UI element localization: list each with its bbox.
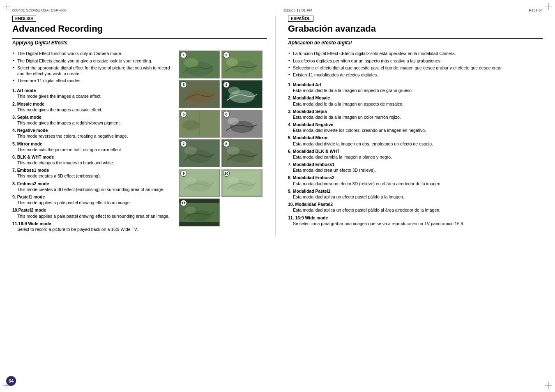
reg-mark-tr (545, 3, 552, 10)
img-3: 3 (179, 80, 220, 108)
mode-en-10: 10.Pastel2 modeThis mode applies a pale … (12, 207, 175, 219)
image-grid: 1 2 (179, 51, 267, 235)
meta-line: 00840E SCD451 USA+ESP~086 3/22/05 12:01 … (12, 8, 543, 12)
mode-en-1: 1. Art modeThis mode gives the images a … (12, 88, 175, 99)
img-10: 10 (221, 169, 263, 197)
mode-en-8: 8. Emboss2 modeThis mode creates a 3D ef… (12, 181, 175, 192)
english-bullet-list: The Digital Effect function works only i… (12, 51, 175, 83)
mode-es-5: 5. Modalidad MirrorEsta modalidad divide… (288, 135, 543, 146)
img-8: 8 (221, 139, 263, 167)
img-row-2: 3 4 (179, 80, 267, 108)
main-content: ENGLISH Advanced Recording Applying Digi… (12, 16, 543, 235)
mode-en-6: 6. BLK & WHT modeThis mode changes the i… (12, 154, 175, 166)
english-bullet-3: Select the appropriate digital effect fo… (12, 65, 175, 76)
spanish-bullet-4: Existen 11 modalidades de efectos digita… (288, 72, 543, 78)
mode-es-2: 2. Modalidad MosaicEsta modalidad le da … (288, 95, 543, 106)
mode-en-11: 11.16:9 Wide modeSelect to record a pict… (12, 221, 175, 232)
page-ref: Page 64 (529, 8, 543, 12)
reg-mark-br (545, 382, 552, 389)
svg-point-28 (185, 177, 196, 184)
img-row-1: 1 2 (179, 51, 267, 78)
english-title: Advanced Recording (12, 23, 267, 34)
reg-mark-tl (3, 3, 10, 10)
english-subsection: Applying Digital Effects (12, 38, 267, 47)
english-mode-list: 1. Art modeThis mode gives the images a … (12, 88, 175, 232)
mode-en-2: 2. Mosaic modeThis mode gives the images… (12, 101, 175, 113)
spanish-bullet-2: Los efectos digitales permiten dar un as… (288, 58, 543, 64)
english-bullet-2: The Digital Effects enable you to give a… (12, 58, 175, 64)
spanish-mode-list: 1. Modalidad ArtEsta modalidad le da a l… (288, 82, 543, 226)
mode-es-10: 10. Modalidad Pastel2Esta modalidad apli… (288, 201, 543, 213)
spanish-lang-badge: ESPAÑOL (288, 16, 313, 22)
mode-es-3: 3. Modalidad SepiaEsta modalidad le da a… (288, 108, 543, 120)
mode-es-7: 7. Modalidad Emboss1Esta modalidad crea … (288, 161, 543, 173)
img-6: 6 (221, 110, 263, 138)
english-bullet-1: The Digital Effect function works only i… (12, 51, 175, 56)
mode-en-3: 3. Sepia modeThis mode gives the images … (12, 114, 175, 126)
img-4: 4 (221, 80, 263, 108)
spanish-bullet-1: La función Digital Effect <Efecto digita… (288, 51, 543, 56)
english-bullet-4: There are 11 digital effect modes. (12, 78, 175, 83)
mode-es-6: 6. Modalidad BLK & WHTEsta modalidad cam… (288, 148, 543, 160)
img-11: 11 (179, 198, 220, 226)
img-row-5: 9 10 (179, 169, 267, 197)
english-text-area: The Digital Effect function works only i… (12, 51, 175, 235)
mode-es-9: 9. Modalidad Pastel1Esta modalidad aplic… (288, 188, 543, 200)
img-9: 9 (179, 169, 220, 197)
img-5: 5 (179, 110, 220, 138)
page-number: 64 (6, 376, 16, 386)
svg-point-18 (228, 118, 239, 125)
svg-point-2 (184, 58, 198, 68)
svg-point-21 (184, 147, 197, 154)
spanish-subsection: Aplicación de efecto digital (288, 38, 543, 47)
doc-id: 00840E SCD451 USA+ESP~086 (12, 8, 67, 12)
svg-point-31 (228, 177, 239, 184)
mode-es-1: 1. Modalidad ArtEsta modalidad le da a l… (288, 82, 543, 93)
svg-point-11 (228, 87, 240, 95)
img-row-3: 5 6 (179, 110, 267, 138)
svg-rect-37 (179, 222, 219, 226)
spanish-title: Grabación avanzada (288, 23, 543, 34)
img-row-6: 11 (179, 198, 267, 226)
mode-en-4: 4. Negative modeThis mode reverses the c… (12, 127, 175, 139)
mode-es-11: 11. 16:9 Wide modeSe selecciona para gra… (288, 215, 543, 226)
svg-point-35 (185, 207, 196, 214)
mode-en-5: 5. Mirror modeThis mode cuts the picture… (12, 141, 175, 152)
doc-date: 3/22/05 12:01 PM (283, 8, 312, 12)
img-row-4: 7 8 (179, 139, 267, 167)
svg-point-24 (227, 147, 240, 154)
spanish-column: ESPAÑOL Grabación avanzada Aplicación de… (284, 16, 543, 235)
svg-point-15 (182, 121, 200, 130)
spanish-bullet-list: La función Digital Effect <Efecto digita… (288, 51, 543, 78)
spanish-bullet-3: Seleccione el efecto digital que necesit… (288, 65, 543, 71)
page-container: 00840E SCD451 USA+ESP~086 3/22/05 12:01 … (0, 0, 555, 392)
mode-es-8: 8. Modalidad Emboss2Esta modalidad crea … (288, 175, 543, 186)
img-1: 1 (179, 51, 220, 78)
mode-en-7: 7. Emboss1 modeThis mode creates a 3D ef… (12, 167, 175, 179)
mode-en-9: 9. Pastel1 modeThis mode applies a pale … (12, 194, 175, 205)
english-lang-badge: ENGLISH (12, 16, 36, 22)
img-2: 2 (221, 51, 263, 78)
img-7: 7 (179, 139, 220, 167)
mode-es-4: 4. Modalidad NegativeEsta modalidad invi… (288, 122, 543, 133)
english-column: ENGLISH Advanced Recording Applying Digi… (12, 16, 276, 235)
svg-point-5 (226, 58, 238, 66)
